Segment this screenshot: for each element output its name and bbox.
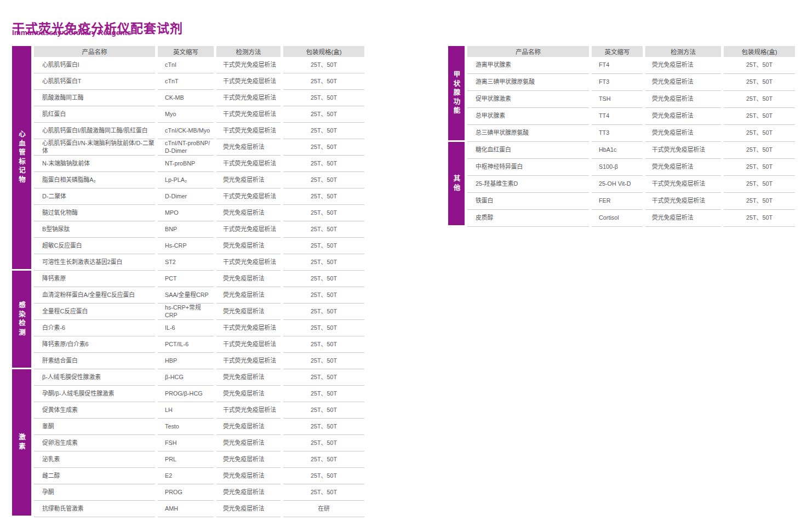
- cell-product-name: 心肌肌钙蛋白I: [34, 57, 155, 73]
- cell-english-abbreviation: FER: [592, 193, 643, 210]
- cell-detection-method: 干式荧光免疫层析法: [216, 336, 281, 353]
- cell-english-abbreviation: Testo: [158, 419, 214, 435]
- cell-detection-method: 荧光免疫层析法: [645, 125, 721, 142]
- cell-detection-method: 荧光免疫层析法: [645, 108, 721, 125]
- cell-detection-method: 荧光免疫层析法: [645, 159, 721, 176]
- category-band-thyroid-function: 甲状腺功能: [448, 46, 465, 140]
- cell-product-name: 抗缪勒氏管激素: [34, 501, 155, 517]
- cell-package-spec: 25T、50T: [724, 193, 795, 210]
- cell-package-spec: 25T、50T: [283, 221, 364, 238]
- cell-product-name: 血清淀粉样蛋白A/全量程C反应蛋白: [34, 287, 155, 304]
- cell-package-spec: 25T、50T: [283, 402, 364, 419]
- cell-product-name: 降钙素原: [34, 271, 155, 287]
- cell-english-abbreviation: Cortisol: [592, 210, 643, 227]
- column-header-package-spec: 包装规格(盒): [283, 46, 364, 57]
- cell-english-abbreviation: HbA1c: [592, 142, 643, 159]
- category-label-others: 其他: [451, 175, 462, 193]
- cell-package-spec: 25T、50T: [724, 91, 795, 108]
- cell-detection-method: 干式荧光免疫层析法: [216, 106, 281, 123]
- cell-english-abbreviation: PCT/IL-6: [158, 336, 214, 353]
- cell-product-name: 总甲状腺素: [467, 108, 589, 125]
- catalog-page: 干式荧光免疫分析仪配套试剂 Immunoassay Corollary Reag…: [0, 0, 807, 532]
- cell-product-name: B型钠尿肽: [34, 221, 155, 238]
- cell-english-abbreviation: S100-β: [592, 159, 643, 176]
- cell-detection-method: 荧光免疫层析法: [216, 419, 281, 435]
- column-header-detection-method: 检测方法: [645, 46, 721, 57]
- column-header-product-name: 产品名称: [34, 46, 155, 57]
- cell-package-spec: 25T、50T: [283, 386, 364, 402]
- cell-english-abbreviation: PROG: [158, 484, 214, 501]
- cell-detection-method: 干式荧光免疫层析法: [216, 73, 281, 90]
- cell-product-name: 游离三碘甲状腺原氨酸: [467, 74, 589, 91]
- cell-detection-method: 荧光免疫层析法: [645, 210, 721, 227]
- cell-package-spec: 25T、50T: [283, 205, 364, 221]
- cell-package-spec: 25T、50T: [283, 336, 364, 353]
- cell-package-spec: 25T、50T: [283, 468, 364, 484]
- cell-package-spec: 25T、50T: [724, 142, 795, 159]
- cell-product-name: N-末端脑钠肽前体: [34, 156, 155, 172]
- cell-english-abbreviation: cTnI/CK-MB/Myo: [158, 123, 214, 139]
- cell-english-abbreviation: SAA/全量程CRP: [158, 287, 214, 304]
- cell-package-spec: 25T、50T: [283, 73, 364, 90]
- cell-english-abbreviation: FT4: [592, 57, 643, 74]
- column-header-product-name: 产品名称: [467, 46, 589, 57]
- cell-package-spec: 25T、50T: [283, 90, 364, 106]
- column-header-english-abbreviation: 英文缩写: [158, 46, 214, 57]
- cell-detection-method: 荧光免疫层析法: [216, 139, 281, 156]
- cell-english-abbreviation: PRL: [158, 451, 214, 468]
- cell-english-abbreviation: AMH: [158, 501, 214, 517]
- cell-package-spec: 25T、50T: [724, 176, 795, 193]
- cell-english-abbreviation: D-Dimer: [158, 188, 214, 205]
- category-band-hormones: 激素: [12, 369, 31, 516]
- cell-package-spec: 25T、50T: [283, 254, 364, 271]
- cell-product-name: 心肌肌钙蛋白T: [34, 73, 155, 90]
- cell-product-name: 心肌肌钙蛋白I/N-末端脑利钠肽前体/D-二聚体: [34, 139, 155, 156]
- cell-product-name: 促甲状腺激素: [467, 91, 589, 108]
- cell-product-name: 铁蛋白: [467, 193, 589, 210]
- cell-product-name: 孕酮: [34, 484, 155, 501]
- cell-detection-method: 荧光免疫层析法: [216, 369, 281, 386]
- cell-english-abbreviation: cTnT: [158, 73, 214, 90]
- cell-english-abbreviation: HBP: [158, 353, 214, 369]
- cell-detection-method: 干式荧光免疫层析法: [216, 156, 281, 172]
- cell-detection-method: 荧光免疫层析法: [216, 172, 281, 188]
- category-band-others: 其他: [448, 142, 465, 225]
- cell-product-name: 糖化血红蛋白: [467, 142, 589, 159]
- cell-package-spec: 25T、50T: [283, 287, 364, 304]
- cell-product-name: 孕酮/β-人绒毛膜促性腺激素: [34, 386, 155, 402]
- cell-english-abbreviation: Lp-PLA₂: [158, 172, 214, 188]
- cell-product-name: 泌乳素: [34, 451, 155, 468]
- cell-product-name: 心肌肌钙蛋白I/肌酸激酶同工酶/肌红蛋白: [34, 123, 155, 139]
- cell-package-spec: 25T、50T: [283, 139, 364, 156]
- cell-detection-method: 干式荧光免疫层析法: [645, 176, 721, 193]
- cell-product-name: 中枢神经特异蛋白: [467, 159, 589, 176]
- cell-english-abbreviation: E2: [158, 468, 214, 484]
- cell-english-abbreviation: 25-OH Vit-D: [592, 176, 643, 193]
- cell-package-spec: 25T、50T: [283, 238, 364, 254]
- category-band-infection-detection: 感染检测: [12, 271, 31, 368]
- cell-english-abbreviation: TSH: [592, 91, 643, 108]
- cell-detection-method: 干式荧光免疫层析法: [216, 123, 281, 139]
- cell-detection-method: 干式荧光免疫层析法: [645, 142, 721, 159]
- cell-package-spec: 25T、50T: [283, 484, 364, 501]
- cell-detection-method: 荧光免疫层析法: [216, 386, 281, 402]
- cell-package-spec: 25T、50T: [283, 57, 364, 73]
- cell-package-spec: 25T、50T: [283, 156, 364, 172]
- cell-english-abbreviation: TT3: [592, 125, 643, 142]
- cell-package-spec: 25T、50T: [724, 57, 795, 74]
- cell-english-abbreviation: BNP: [158, 221, 214, 238]
- category-label-cardiovascular-markers: 心血管标记物: [16, 130, 27, 185]
- cell-english-abbreviation: Hs-CRP: [158, 238, 214, 254]
- cell-detection-method: 干式荧光免疫层析法: [216, 254, 281, 271]
- cell-detection-method: 干式荧光免疫层析法: [216, 57, 281, 73]
- cell-detection-method: 荧光免疫层析法: [216, 287, 281, 304]
- cell-english-abbreviation: Myo: [158, 106, 214, 123]
- cell-package-spec: 25T、50T: [283, 369, 364, 386]
- cell-package-spec: 25T、50T: [283, 123, 364, 139]
- cell-package-spec: 25T、50T: [724, 108, 795, 125]
- cell-detection-method: 荧光免疫层析法: [216, 451, 281, 468]
- cell-product-name: 促黄体生成素: [34, 402, 155, 419]
- cell-english-abbreviation: NT-proBNP: [158, 156, 214, 172]
- cell-english-abbreviation: IL-6: [158, 320, 214, 336]
- cell-detection-method: 荧光免疫层析法: [645, 91, 721, 108]
